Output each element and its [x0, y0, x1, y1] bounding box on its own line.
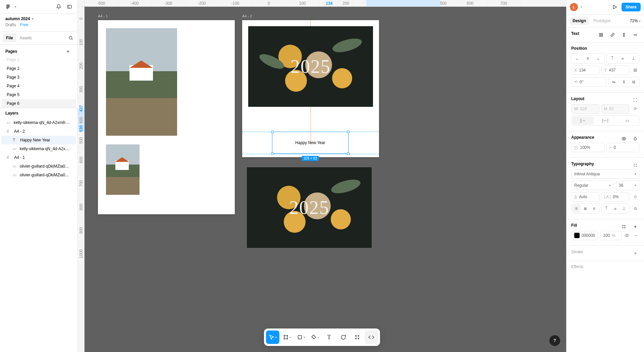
remove-fill-icon[interactable]	[633, 231, 639, 239]
bell-icon[interactable]	[55, 3, 63, 11]
link-dim-icon[interactable]: ⟳	[631, 105, 639, 113]
font-family-field[interactable]: Inknut Antiqua▾	[571, 169, 639, 179]
layer-image[interactable]: ▭olivier-guillard-qDkiMZia0BE-…	[1, 171, 76, 179]
tool-comment[interactable]	[336, 331, 350, 344]
mode-prototype[interactable]: Prototype	[591, 16, 613, 25]
canvas-image[interactable]	[106, 144, 140, 195]
font-weight-field[interactable]: Regular▾	[571, 181, 614, 190]
align-top-icon[interactable]: ⟙	[607, 54, 618, 62]
text-align-middle-icon[interactable]: ⟛	[611, 205, 620, 213]
flip-h-icon[interactable]: ⇋	[609, 78, 619, 86]
resize-handle[interactable]	[347, 152, 350, 155]
canvas-image-2025-copy[interactable]: 2025	[247, 167, 372, 248]
fixed-width-icon[interactable]: ▭	[617, 117, 638, 125]
styles-icon[interactable]	[620, 223, 628, 231]
text-align-center-icon[interactable]: ≣	[581, 205, 590, 213]
resize-handle[interactable]	[271, 152, 273, 155]
text-align-left-icon[interactable]: ≡	[572, 205, 581, 213]
project-location[interactable]: Drafts	[5, 23, 16, 27]
blend-icon[interactable]	[631, 135, 639, 143]
avatar[interactable]: L	[570, 3, 578, 11]
layer-frame[interactable]: #A4 - 2	[1, 127, 76, 136]
page-item[interactable]: Page 4	[1, 82, 76, 90]
layer-image[interactable]: ▭kelly-sikkema-qN_4d-A2xm8-uns…	[1, 118, 76, 127]
canvas[interactable]: -500 -400 -300 -200 -100 0 100 134 200 3…	[78, 0, 566, 352]
radius-field[interactable]: ⌐0	[606, 143, 640, 152]
text-align-right-icon[interactable]: ≡	[590, 205, 598, 213]
align-h-center-icon[interactable]: ≡	[583, 54, 593, 62]
text-align-top-icon[interactable]: ⟙	[602, 205, 611, 213]
autolayout-icon[interactable]	[631, 96, 639, 104]
selected-text-layer[interactable]: Happy New Year 328 × 93	[272, 132, 348, 154]
x-field[interactable]: X134	[571, 65, 599, 75]
page-item[interactable]: Page 2	[1, 64, 76, 73]
page-item[interactable]: Page 3	[1, 73, 76, 82]
line-height-field[interactable]: AAuto	[571, 192, 599, 202]
y-field[interactable]: Y437	[601, 65, 630, 75]
add-stroke-icon[interactable]	[631, 249, 639, 257]
letter-spacing-field[interactable]: | A |0%	[601, 192, 630, 202]
text-align-bottom-icon[interactable]: ⟘	[620, 205, 629, 213]
page-item[interactable]: Page 1	[1, 58, 76, 64]
fill-width-icon[interactable]: |↔|	[594, 117, 616, 125]
canvas-image[interactable]	[106, 28, 177, 136]
tab-assets[interactable]: Assets	[16, 34, 35, 42]
resize-handle[interactable]	[347, 131, 350, 133]
panel-toggle-icon[interactable]	[65, 3, 73, 11]
more-icon[interactable]	[631, 31, 639, 39]
mode-design[interactable]: Design	[570, 16, 589, 25]
add-page-icon[interactable]	[64, 47, 72, 55]
layer-frame[interactable]: #A4 - 1	[1, 153, 76, 162]
absolute-pos-icon[interactable]	[631, 66, 639, 74]
frame-label[interactable]: A4 - 2	[242, 14, 252, 18]
fill-color-field[interactable]: 000000	[571, 231, 598, 240]
play-icon[interactable]	[611, 3, 619, 11]
resize-handle[interactable]	[271, 131, 273, 133]
layer-image[interactable]: ▭kelly-sikkema-qN_4d-A2xm8-…	[1, 144, 76, 153]
layer-text-selected[interactable]: THappy New Year	[1, 136, 76, 144]
page-item[interactable]: Page 5	[1, 90, 76, 99]
rotation-field[interactable]: ⟲0°	[571, 77, 606, 87]
page-item[interactable]: Page 6	[1, 99, 76, 108]
fill-visibility-icon[interactable]	[624, 231, 630, 239]
search-icon[interactable]	[67, 34, 75, 42]
type-settings-icon[interactable]	[631, 161, 639, 169]
project-name[interactable]: autumn 2024▾	[5, 16, 72, 21]
frame-a4-2[interactable]: A4 - 2 2025 Happy New Year	[242, 20, 379, 157]
tool-pen[interactable]: ▾	[308, 331, 322, 344]
font-size-field[interactable]: 36▾	[616, 181, 639, 190]
frame-label[interactable]: A4 - 1	[98, 14, 108, 18]
tool-text[interactable]: T	[322, 331, 336, 344]
stage[interactable]: A4 - 1 A4 - 2	[85, 7, 566, 352]
zoom-value[interactable]: 71% ▾	[630, 18, 641, 23]
align-bottom-icon[interactable]: ⟘	[629, 54, 639, 62]
link-icon[interactable]	[608, 31, 616, 39]
tool-actions[interactable]	[351, 331, 364, 344]
snap-grid-icon[interactable]	[597, 31, 605, 39]
share-button[interactable]: Share	[622, 3, 641, 11]
visibility-icon[interactable]	[620, 135, 628, 143]
fill-opacity-field[interactable]: 100%	[600, 231, 622, 240]
fill-swatch[interactable]	[574, 233, 580, 238]
tool-shape[interactable]: ▾	[294, 331, 308, 344]
tidy-icon[interactable]: ⧉	[629, 78, 639, 86]
type-details-icon[interactable]: ⚙	[631, 205, 639, 213]
canvas-image-2025[interactable]: 2025	[248, 26, 373, 107]
figma-logo-icon[interactable]	[4, 3, 12, 11]
tool-frame[interactable]: ▾	[280, 331, 293, 344]
layer-image[interactable]: ▭olivier-guillard-qDkiMZia0BE-…	[1, 162, 76, 171]
tool-devmode[interactable]	[365, 331, 378, 344]
tab-file[interactable]: File	[3, 34, 16, 42]
opacity-field[interactable]: ◫100%	[571, 143, 604, 152]
type-more-icon[interactable]: ⊙	[631, 193, 639, 201]
hug-width-icon[interactable]: |→	[572, 117, 594, 125]
tool-move[interactable]: ▾	[266, 331, 279, 344]
help-button[interactable]: ?	[549, 335, 560, 346]
align-left-icon[interactable]: ⫠	[572, 54, 582, 62]
align-v-center-icon[interactable]: ⟛	[618, 54, 628, 62]
flip-v-icon[interactable]: ⥮	[619, 78, 629, 86]
height-field[interactable]: H93	[601, 104, 630, 114]
component-icon[interactable]	[620, 31, 628, 39]
width-field[interactable]: W328	[571, 104, 599, 114]
add-fill-icon[interactable]	[631, 223, 639, 231]
